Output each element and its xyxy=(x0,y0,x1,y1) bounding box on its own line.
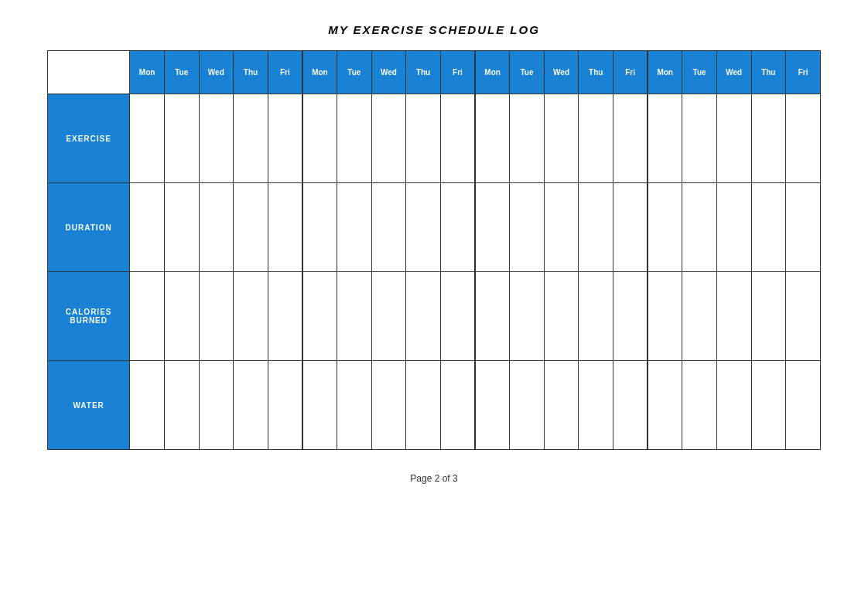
cal-w4-wed[interactable] xyxy=(716,272,751,361)
week2-wed: Wed xyxy=(371,51,406,94)
week3-wed: Wed xyxy=(544,51,579,94)
wat-w3-thu[interactable] xyxy=(579,361,613,450)
cal-w3-thu[interactable] xyxy=(579,272,613,361)
dur-w3-tue[interactable] xyxy=(510,183,545,272)
duration-label: DURATION xyxy=(48,183,130,272)
week2-thu: Thu xyxy=(406,51,441,94)
ex-w3-tue[interactable] xyxy=(510,94,545,183)
cal-w4-mon[interactable] xyxy=(648,272,682,361)
ex-w3-thu[interactable] xyxy=(579,94,613,183)
ex-w3-mon[interactable] xyxy=(475,94,510,183)
ex-w3-wed[interactable] xyxy=(544,94,579,183)
wat-w1-fri[interactable] xyxy=(268,361,302,450)
exercise-label: EXERCISE xyxy=(48,94,130,183)
wat-w2-tue[interactable] xyxy=(337,361,372,450)
cal-w1-mon[interactable] xyxy=(130,272,165,361)
dur-w4-tue[interactable] xyxy=(682,183,717,272)
cal-w1-fri[interactable] xyxy=(268,272,302,361)
ex-w2-thu[interactable] xyxy=(406,94,441,183)
week1-fri: Fri xyxy=(268,51,302,94)
week4-fri: Fri xyxy=(786,51,821,94)
dur-w2-fri[interactable] xyxy=(440,183,475,272)
ex-w1-tue[interactable] xyxy=(164,94,199,183)
cal-w3-fri[interactable] xyxy=(613,272,648,361)
cal-w2-wed[interactable] xyxy=(371,272,406,361)
week3-fri: Fri xyxy=(613,51,648,94)
cal-w2-tue[interactable] xyxy=(337,272,372,361)
dur-w4-thu[interactable] xyxy=(751,183,786,272)
dur-w2-tue[interactable] xyxy=(337,183,372,272)
wat-w1-wed[interactable] xyxy=(199,361,234,450)
week1-tue: Tue xyxy=(164,51,199,94)
ex-w2-wed[interactable] xyxy=(371,94,406,183)
wat-w4-fri[interactable] xyxy=(786,361,821,450)
wat-w4-wed[interactable] xyxy=(716,361,751,450)
wat-w4-tue[interactable] xyxy=(682,361,717,450)
cal-w3-mon[interactable] xyxy=(475,272,510,361)
week4-wed: Wed xyxy=(716,51,751,94)
dur-w1-mon[interactable] xyxy=(130,183,165,272)
week4-mon: Mon xyxy=(648,51,682,94)
wat-w3-fri[interactable] xyxy=(613,361,648,450)
dur-w2-wed[interactable] xyxy=(371,183,406,272)
cal-w1-tue[interactable] xyxy=(164,272,199,361)
ex-w4-mon[interactable] xyxy=(648,94,682,183)
ex-w4-thu[interactable] xyxy=(751,94,786,183)
wat-w2-wed[interactable] xyxy=(371,361,406,450)
dur-w4-wed[interactable] xyxy=(716,183,751,272)
ex-w2-fri[interactable] xyxy=(440,94,475,183)
ex-w2-tue[interactable] xyxy=(337,94,372,183)
dur-w3-thu[interactable] xyxy=(579,183,613,272)
cal-w3-wed[interactable] xyxy=(544,272,579,361)
week2-tue: Tue xyxy=(337,51,372,94)
page-title: MY EXERCISE SCHEDULE LOG xyxy=(328,23,540,36)
wat-w4-thu[interactable] xyxy=(751,361,786,450)
week3-tue: Tue xyxy=(510,51,545,94)
week2-mon: Mon xyxy=(302,51,337,94)
cal-w1-thu[interactable] xyxy=(234,272,268,361)
ex-w1-wed[interactable] xyxy=(199,94,234,183)
dur-w3-wed[interactable] xyxy=(544,183,579,272)
wat-w3-mon[interactable] xyxy=(475,361,510,450)
water-label: WATER xyxy=(48,361,130,450)
ex-w4-fri[interactable] xyxy=(786,94,821,183)
wat-w3-tue[interactable] xyxy=(510,361,545,450)
ex-w1-thu[interactable] xyxy=(234,94,268,183)
wat-w1-thu[interactable] xyxy=(234,361,268,450)
week2-fri: Fri xyxy=(440,51,475,94)
dur-w3-fri[interactable] xyxy=(613,183,648,272)
ex-w1-mon[interactable] xyxy=(130,94,165,183)
dur-w1-wed[interactable] xyxy=(199,183,234,272)
dur-w2-mon[interactable] xyxy=(302,183,337,272)
cal-w3-tue[interactable] xyxy=(510,272,545,361)
cal-w4-thu[interactable] xyxy=(751,272,786,361)
wat-w4-mon[interactable] xyxy=(648,361,682,450)
dur-w1-tue[interactable] xyxy=(164,183,199,272)
ex-w4-tue[interactable] xyxy=(682,94,717,183)
ex-w2-mon[interactable] xyxy=(302,94,337,183)
wat-w2-thu[interactable] xyxy=(406,361,441,450)
dur-w4-fri[interactable] xyxy=(786,183,821,272)
ex-w4-wed[interactable] xyxy=(716,94,751,183)
wat-w2-fri[interactable] xyxy=(440,361,475,450)
cal-w2-fri[interactable] xyxy=(440,272,475,361)
wat-w3-wed[interactable] xyxy=(544,361,579,450)
header-label-cell xyxy=(48,51,130,94)
wat-w1-tue[interactable] xyxy=(164,361,199,450)
cal-w4-fri[interactable] xyxy=(786,272,821,361)
ex-w3-fri[interactable] xyxy=(613,94,648,183)
dur-w2-thu[interactable] xyxy=(406,183,441,272)
wat-w1-mon[interactable] xyxy=(130,361,165,450)
dur-w1-thu[interactable] xyxy=(234,183,268,272)
week1-thu: Thu xyxy=(234,51,268,94)
cal-w4-tue[interactable] xyxy=(682,272,717,361)
dur-w3-mon[interactable] xyxy=(475,183,510,272)
ex-w1-fri[interactable] xyxy=(268,94,302,183)
calories-label: CALORIESBURNED xyxy=(48,272,130,361)
dur-w4-mon[interactable] xyxy=(648,183,682,272)
cal-w1-wed[interactable] xyxy=(199,272,234,361)
cal-w2-mon[interactable] xyxy=(302,272,337,361)
dur-w1-fri[interactable] xyxy=(268,183,302,272)
wat-w2-mon[interactable] xyxy=(302,361,337,450)
cal-w2-thu[interactable] xyxy=(406,272,441,361)
